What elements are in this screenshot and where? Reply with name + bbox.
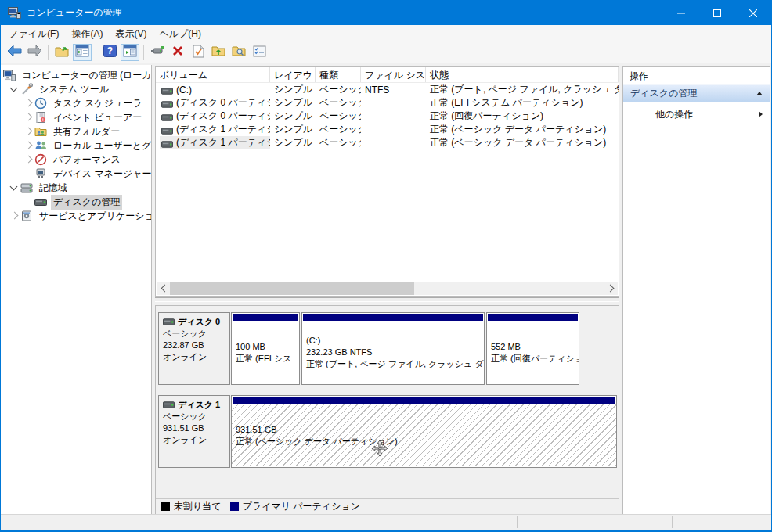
table-row[interactable]: (ディスク 0 パーティション 1) シンプル ベーシック 正常 (EFI シス…: [156, 96, 619, 110]
delete-button[interactable]: [168, 44, 187, 61]
chevron-down-icon[interactable]: [8, 182, 20, 194]
disk0-partition-1[interactable]: 100 MB 正常 (EFI シス: [231, 312, 300, 385]
console-tree-toggle-button[interactable]: [73, 44, 92, 61]
volume-name: (C:): [176, 84, 192, 95]
check-page-icon: [193, 45, 204, 61]
chevron-right-icon[interactable]: [22, 111, 34, 124]
computer-management-window: コンピューターの管理 ファイル(F) 操作(A) 表示(V) ヘルプ(H): [0, 0, 772, 532]
chevron-right-icon[interactable]: [8, 210, 20, 222]
table-row-selected[interactable]: (ディスク 1 パーティション 1) シンプル ベーシック 正常 (ベーシック …: [156, 136, 619, 149]
volume-type: ベーシック: [316, 123, 361, 136]
folder-up-arrow-icon: [55, 45, 69, 60]
menu-file[interactable]: ファイル(F): [2, 25, 65, 43]
sidebar-item-event-viewer[interactable]: イベント ビューアー: [1, 110, 151, 124]
partition-status: 正常 (ベーシック データ パーティション): [236, 436, 616, 448]
chevron-down-icon[interactable]: [8, 83, 20, 95]
properties-list-button[interactable]: [250, 44, 269, 61]
collapse-up-icon[interactable]: [756, 92, 763, 95]
disk0-info-box[interactable]: ディスク 0 ベーシック 232.87 GB オンライン: [158, 312, 230, 385]
column-header-volume[interactable]: ボリューム: [156, 67, 270, 82]
pane-splitter[interactable]: [155, 297, 619, 302]
disk0-partition-4[interactable]: 552 MB 正常 (回復パーティショ: [486, 312, 579, 385]
menu-help[interactable]: ヘルプ(H): [153, 25, 207, 43]
actions-section-disk-management[interactable]: ディスクの管理: [623, 84, 770, 102]
table-row[interactable]: (C:) シンプル ベーシック NTFS 正常 (ブート, ページ ファイル, …: [156, 83, 619, 96]
close-button[interactable]: [735, 1, 771, 25]
chevron-right-icon[interactable]: [22, 97, 34, 110]
disk-size: 931.51 GB: [163, 422, 225, 434]
table-row[interactable]: (ディスク 1 パーティション 1) シンプル ベーシック 正常 (ベーシック …: [156, 123, 619, 136]
task-check-button[interactable]: [189, 44, 207, 61]
sidebar-item-computer-management-root[interactable]: コンピューターの管理 (ローカル): [1, 68, 151, 82]
actions-section-label: ディスクの管理: [630, 87, 697, 100]
titlebar: コンピューターの管理: [1, 1, 771, 25]
more-actions-label: 他の操作: [655, 108, 693, 121]
expand-right-icon[interactable]: [759, 111, 763, 117]
help-button[interactable]: ?: [100, 44, 119, 61]
export-folder-button[interactable]: [209, 44, 228, 61]
menu-action[interactable]: 操作(A): [65, 25, 109, 43]
back-button[interactable]: [5, 44, 23, 61]
chevron-right-icon[interactable]: [22, 125, 34, 138]
toolbar-separator: [96, 45, 96, 60]
forward-button[interactable]: [25, 44, 44, 61]
table-row[interactable]: (ディスク 0 パーティション 4) シンプル ベーシック 正常 (回復パーティ…: [156, 110, 619, 123]
more-actions-item[interactable]: 他の操作: [623, 106, 770, 122]
search-folder-button[interactable]: [229, 44, 248, 61]
sidebar-item-device-manager[interactable]: デバイス マネージャー: [1, 167, 151, 181]
column-header-filesystem[interactable]: ファイル システム: [361, 67, 426, 82]
statusbar: [1, 514, 771, 530]
partition-size: 232.23 GB NTFS: [306, 347, 484, 358]
column-header-status[interactable]: 状態: [426, 67, 619, 82]
unallocated-swatch: [161, 502, 170, 511]
action-pane-icon: [123, 45, 137, 60]
sidebar-item-shared-folders[interactable]: 共有フォルダー: [1, 124, 151, 138]
volume-layout: シンプル: [270, 136, 316, 149]
sidebar-item-disk-management[interactable]: ディスクの管理: [1, 195, 151, 209]
clock-icon: [34, 97, 47, 110]
chevron-right-icon[interactable]: [22, 139, 34, 152]
event-log-icon: [34, 111, 47, 124]
up-level-button[interactable]: [52, 44, 71, 61]
volume-icon: [161, 86, 173, 93]
help-icon: ?: [103, 45, 117, 60]
sidebar-item-system-tools[interactable]: システム ツール: [1, 82, 151, 96]
volume-icon: [161, 113, 173, 120]
partition-status: 正常 (ブート, ページ ファイル, クラッシュ ダンプ, ベ: [306, 358, 484, 370]
sidebar-item-storage[interactable]: 記憶域: [1, 181, 151, 195]
scrollbar-thumb[interactable]: [170, 282, 414, 295]
horizontal-scrollbar[interactable]: [157, 282, 618, 295]
column-header-type[interactable]: 種類: [316, 67, 361, 82]
scroll-right-arrow[interactable]: [604, 282, 618, 295]
chevron-right-icon[interactable]: [22, 153, 34, 166]
sidebar-item-services-applications[interactable]: サービスとアプリケーション: [1, 209, 151, 223]
disk-icon: [163, 318, 175, 325]
minimize-button[interactable]: [663, 1, 699, 25]
volume-status: 正常 (回復パーティション): [426, 110, 619, 123]
tools-icon: [20, 83, 33, 95]
drive-properties-button[interactable]: [148, 44, 167, 61]
chevron-placeholder: [22, 196, 34, 208]
scroll-left-arrow[interactable]: [157, 282, 170, 295]
volume-icon: [161, 99, 173, 106]
primary-partition-band: [488, 314, 578, 321]
tree-item-label: パフォーマンス: [51, 153, 123, 167]
drive-icon: [150, 45, 164, 59]
disk-icon: [34, 196, 47, 208]
volume-type: ベーシック: [316, 110, 361, 123]
sidebar-item-performance[interactable]: パフォーマンス: [1, 153, 151, 167]
disk-graphical-pane: ディスク 0 ベーシック 232.87 GB オンライン 100 MB 正常 (…: [155, 305, 619, 515]
action-pane-toggle-button[interactable]: [121, 44, 139, 61]
disk0-partition-c[interactable]: (C:) 232.23 GB NTFS 正常 (ブート, ページ ファイル, ク…: [301, 312, 485, 385]
sidebar-item-task-scheduler[interactable]: タスク スケジューラ: [1, 96, 151, 110]
menu-view[interactable]: 表示(V): [109, 25, 153, 43]
column-header-layout[interactable]: レイアウト: [270, 67, 316, 82]
toolbar: ?: [1, 42, 771, 63]
users-icon: [34, 139, 47, 152]
disk1-info-box[interactable]: ディスク 1 ベーシック 931.51 GB オンライン: [158, 395, 230, 468]
volume-name: (ディスク 0 パーティション 4): [176, 110, 270, 123]
maximize-button[interactable]: [699, 1, 735, 25]
sidebar-item-local-users-groups[interactable]: ローカル ユーザーとグループ: [1, 138, 151, 153]
scrollbar-track[interactable]: [170, 282, 604, 295]
disk1-partition-selected[interactable]: 931.51 GB 正常 (ベーシック データ パーティション): [231, 395, 617, 468]
